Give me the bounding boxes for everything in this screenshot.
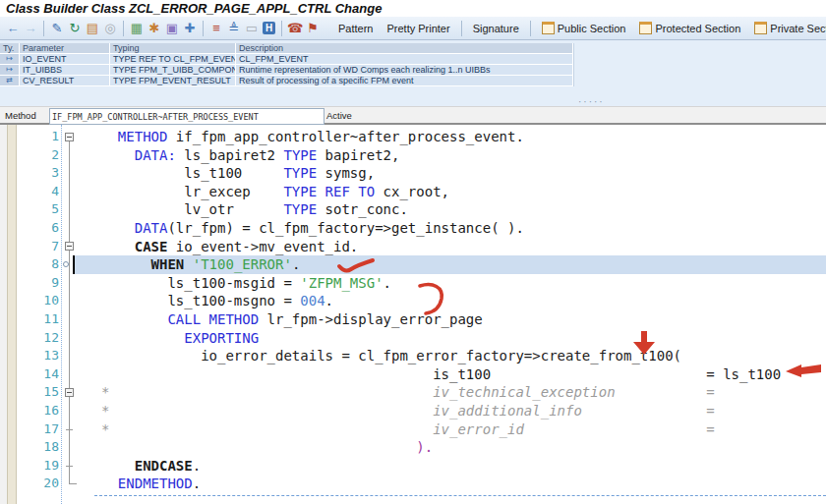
code-token: CALL METHOD [167,311,259,327]
method-name-input[interactable] [49,108,324,125]
code-token: cx_root, [375,184,449,199]
code-line-1[interactable]: METHOD if_fpm_app_controller~after_proce… [101,128,781,146]
cell-description: CL_FPM_EVENT [236,54,573,65]
sort-icon[interactable]: ≜ [225,20,243,37]
display-change-icon[interactable]: ✎ [48,20,66,37]
column-header-description[interactable]: Description [236,43,573,54]
back-icon[interactable]: ← [4,20,22,37]
line-number: 5 [18,200,59,219]
code-line-5[interactable]: lv_otr TYPE sotr_conc. [101,200,781,219]
code-line-2[interactable]: DATA: ls_bapiret2 TYPE bapiret2, [101,146,781,165]
fold-toggle-icon[interactable] [65,242,74,251]
code-token: 'T100_ERROR' [193,256,292,272]
code-token: io_error_details = cl_fpm_error_factory=… [101,348,681,364]
code-token: WHEN [151,256,185,272]
toolbar-button-pattern[interactable]: Pattern [338,23,373,34]
refresh-icon[interactable]: ↻ [66,20,84,37]
code-line-17[interactable]: * iv_error_id = [101,420,781,439]
line-number: 17 [18,420,59,439]
line-number: 1 [18,128,59,146]
code-line-13[interactable]: io_error_details = cl_fpm_error_factory=… [101,347,781,365]
code-token: ls_t100 [101,165,283,181]
code-token: ). [416,439,433,455]
column-header-ty[interactable]: Ty. [0,43,20,54]
where-used-icon[interactable]: ☎ [286,20,304,37]
code-line-7[interactable]: CASE io_event->mv_event_id. [101,238,781,256]
cell-parameter: IO_EVENT [20,54,110,65]
code-line-20[interactable]: ENDMETHOD. [101,475,781,493]
breakpoint-icon[interactable]: ⚑ [304,20,322,37]
column-header-parameter[interactable]: Parameter [20,43,110,54]
code-token [101,439,416,455]
test-icon[interactable]: ▣ [163,20,181,37]
toolbar-separator [123,21,124,36]
code-line-19[interactable]: ENDCASE. [101,457,781,476]
cell-description: Runtime representation of WD Comps each … [236,65,573,76]
table-row[interactable]: ↦IO_EVENTTYPE REF TO CL_FPM_EVENTCL_FPM_… [0,54,573,65]
code-token: 'ZFPM_MSG' [300,275,383,291]
code-token: ls_bapiret2 [176,147,284,163]
code-line-4[interactable]: lr_excep TYPE REF TO cx_root, [101,183,781,201]
fold-toggle-icon[interactable] [65,388,74,397]
code-token: . [384,275,391,291]
toolbar-button-public-section[interactable]: Public Section [542,22,626,34]
code-token: METHOD [118,129,168,144]
changing-parameter-icon: ⇄ [0,76,20,86]
code-line-8[interactable]: WHEN 'T100_ERROR'. [101,255,781,274]
code-token: TYPE REF TO [283,184,375,199]
navigation-icon[interactable]: ✚ [181,20,199,37]
code-line-14[interactable]: is_t100 = ls_t100 [101,365,781,384]
hierarchy-icon[interactable]: ≡ [207,20,225,37]
table-row[interactable]: ⇄CV_RESULTTYPE FPM_EVENT_RESULTResult of… [0,76,573,86]
code-line-12[interactable]: EXPORTING [101,329,781,348]
parameters-table: Ty.ParameterTypingDescription↦IO_EVENTTY… [0,43,574,86]
toolbar-separator [461,21,462,36]
table-row[interactable]: ↦IT_UIBBSTYPE FPM_T_UIBB_COMPONENTSRunti… [0,65,573,76]
toolbar-button-label: Signature [473,23,519,34]
activate-icon[interactable]: ✱ [146,20,163,37]
table-header-row: Ty.ParameterTypingDescription [0,43,573,54]
forward-icon[interactable]: → [22,20,39,37]
code-token [101,458,135,474]
toolbar: ←→✎↻▤◎▦✱▣✚≡≜▭H☎⚑ PatternPretty PrinterSi… [0,17,826,40]
line-number: 19 [18,457,59,476]
abap-code-editor[interactable]: 1234567891011121314151617181920 METHOD i… [0,125,826,504]
line-number: 9 [18,274,59,293]
toolbar-button-signature[interactable]: Signature [473,23,519,34]
code-token [101,330,184,346]
code-token: * iv_additional_info = [101,403,715,419]
importing-parameter-icon: ↦ [0,54,20,65]
editor-left-strip [0,125,7,504]
code-line-6[interactable]: DATA(lr_fpm) = cl_fpm_factory=>get_insta… [101,219,781,238]
code-token: bapiret2, [317,147,399,163]
code-line-15[interactable]: * iv_technical_exception = [101,383,781,402]
column-header-typing[interactable]: Typing [110,43,236,54]
toolbar-button-private-section[interactable]: Private Section [754,22,826,34]
code-line-16[interactable]: * iv_additional_info = [101,402,781,420]
check-icon[interactable]: ▦ [128,20,146,37]
code-line-10[interactable]: ls_t100-msgno = 004. [101,292,781,310]
section-window-icon [639,22,652,34]
text-cursor [73,255,75,274]
line-number: 6 [18,219,59,238]
line-number: 11 [18,310,59,329]
fold-structure-line [69,141,70,483]
line-number: 20 [18,475,59,493]
code-line-3[interactable]: ls_t100 TYPE symsg, [101,164,781,183]
importing-parameter-icon: ↦ [0,65,20,76]
code-line-9[interactable]: ls_t100-msgid = 'ZFPM_MSG'. [101,274,781,293]
info-icon[interactable]: H [263,22,275,34]
fold-toggle-icon[interactable] [65,133,74,141]
toolbar-button-pretty-printer[interactable]: Pretty Printer [386,23,449,34]
copy-icon[interactable]: ▤ [84,20,101,37]
toolbar-button-label: Pretty Printer [386,23,449,34]
table-view-icon[interactable]: ▭ [243,20,261,37]
editor-breakpoint-margin[interactable] [7,125,17,504]
code-token: TYPE [283,165,317,181]
toolbar-button-protected-section[interactable]: Protected Section [639,22,740,34]
line-number-separator [61,125,62,504]
other-version-icon[interactable]: ◎ [101,20,119,37]
code-line-18[interactable]: ). [101,438,781,457]
code-line-11[interactable]: CALL METHOD lr_fpm->display_error_page [101,310,781,329]
code-text-area[interactable]: METHOD if_fpm_app_controller~after_proce… [101,128,781,493]
